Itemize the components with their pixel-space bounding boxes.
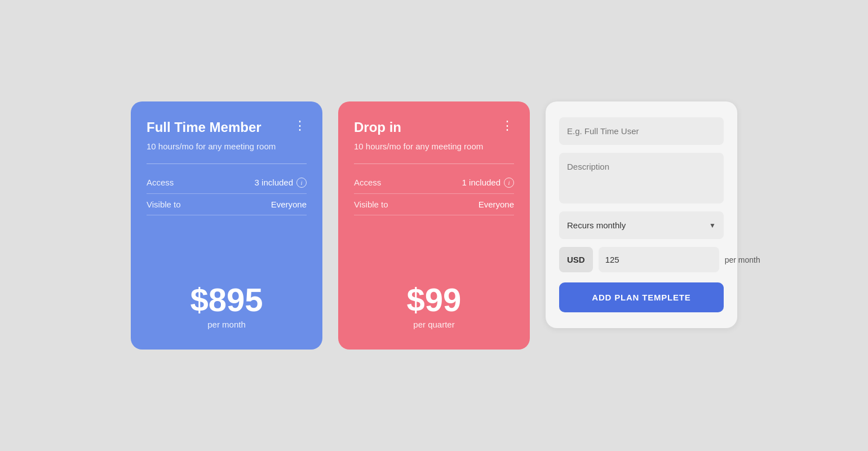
price-row: USD per month [559,247,724,272]
pink-card-visible-row: Visible to Everyone [354,194,514,215]
blue-visible-label: Visible to [147,200,181,209]
pink-card-price: $99 [354,284,514,316]
blue-access-info-icon[interactable]: i [296,178,307,188]
add-plan-form-card: Recurs monthly Recurs quarterly Recurs y… [546,101,737,328]
plan-description-input[interactable] [559,153,724,204]
recurs-select[interactable]: Recurs monthly Recurs quarterly Recurs y… [559,211,724,239]
drop-in-card: Drop in ⋮ 10 hours/mo for any meeting ro… [338,101,530,350]
currency-badge: USD [559,247,593,272]
blue-visible-value: Everyone [271,200,307,209]
cards-container: Full Time Member ⋮ 10 hours/mo for any m… [131,101,737,350]
pink-card-menu-dots[interactable]: ⋮ [501,120,514,132]
pink-access-label: Access [354,178,381,187]
recurs-select-wrapper: Recurs monthly Recurs quarterly Recurs y… [559,211,724,239]
pink-card-divider [354,163,514,164]
blue-access-value: 3 included i [255,178,307,188]
blue-card-menu-dots[interactable]: ⋮ [294,120,307,132]
pink-card-period: per quarter [354,320,514,329]
blue-card-title: Full Time Member [147,120,262,136]
pink-card-title: Drop in [354,120,401,136]
blue-card-subtitle: 10 hours/mo for any meeting room [147,140,307,152]
blue-card-price-section: $895 per month [147,270,307,329]
full-time-member-card: Full Time Member ⋮ 10 hours/mo for any m… [131,101,322,350]
blue-card-divider [147,163,307,164]
pink-card-subtitle: 10 hours/mo for any meeting room [354,140,514,152]
blue-card-access-row: Access 3 included i [147,172,307,194]
card-header-pink: Drop in ⋮ [354,120,514,136]
per-period-label: per month [725,255,760,264]
add-plan-button[interactable]: ADD PLAN TEMPLETE [559,282,724,312]
blue-card-period: per month [147,320,307,329]
price-input[interactable] [599,247,719,272]
plan-name-input[interactable] [559,117,724,145]
pink-visible-value: Everyone [479,200,514,209]
pink-card-access-row: Access 1 included i [354,172,514,194]
pink-visible-label: Visible to [354,200,388,209]
pink-access-value: 1 included i [462,178,514,188]
blue-card-price: $895 [147,284,307,316]
blue-card-visible-row: Visible to Everyone [147,194,307,215]
blue-access-label: Access [147,178,174,187]
card-header-blue: Full Time Member ⋮ [147,120,307,136]
pink-card-price-section: $99 per quarter [354,270,514,329]
pink-access-info-icon[interactable]: i [504,178,514,188]
